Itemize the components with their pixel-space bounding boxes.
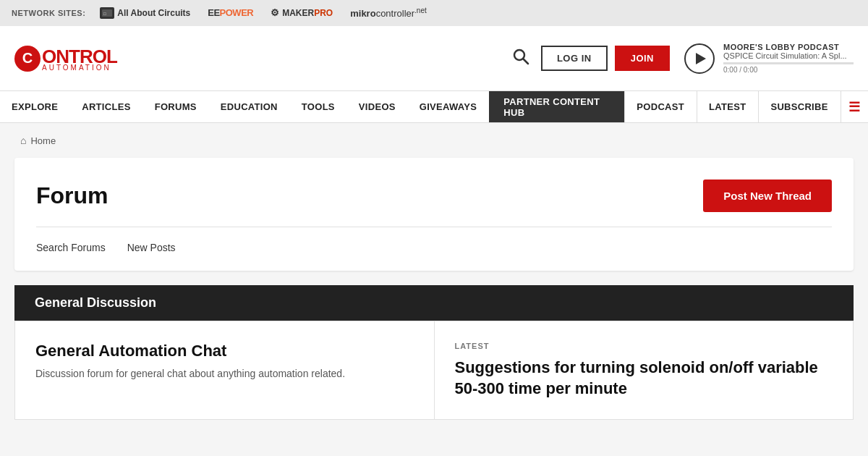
podcast-info: MOORE'S LOBBY PODCAST QSPICE Circuit Sim… bbox=[723, 43, 854, 74]
nav-articles[interactable]: ARTICLES bbox=[70, 91, 142, 122]
forum-card: Forum Post New Thread Search Forums New … bbox=[14, 158, 854, 271]
podcast-progress-bar[interactable] bbox=[723, 62, 854, 64]
tab-search-forums[interactable]: Search Forums bbox=[36, 239, 106, 256]
chat-description: Discussion forum for general chat about … bbox=[35, 368, 414, 379]
nav-subscribe[interactable]: SUBSCRIBE bbox=[758, 91, 840, 122]
forum-section-right: LATEST Suggestions for turning solenoid … bbox=[435, 321, 854, 419]
nav-education[interactable]: EDUCATION bbox=[209, 91, 290, 122]
aac-icon: □ bbox=[100, 7, 114, 19]
latest-post-title[interactable]: Suggestions for turning solenoid on/off … bbox=[455, 358, 833, 399]
nav-giveaways[interactable]: GIVEAWAYS bbox=[408, 91, 490, 122]
svg-text:□: □ bbox=[103, 12, 106, 16]
play-icon bbox=[696, 53, 706, 64]
podcast-player: MOORE'S LOBBY PODCAST QSPICE Circuit Sim… bbox=[684, 43, 854, 74]
podcast-time: 0:00 / 0:00 bbox=[723, 66, 854, 74]
nav-bar: EXPLORE ARTICLES FORUMS EDUCATION TOOLS … bbox=[0, 91, 868, 123]
nav-latest[interactable]: LATEST bbox=[697, 91, 758, 122]
mikro-label: mikrocontroller.net bbox=[350, 7, 427, 19]
nav-tools[interactable]: TOOLS bbox=[290, 91, 347, 122]
breadcrumb: ⌂ Home bbox=[0, 123, 868, 158]
nav-forums[interactable]: FORUMS bbox=[143, 91, 209, 122]
nav-explore[interactable]: EXPLORE bbox=[0, 91, 70, 122]
site-mikrocontroller[interactable]: mikrocontroller.net bbox=[350, 7, 427, 19]
site-all-about-circuits[interactable]: □ All About Circuits bbox=[100, 7, 190, 19]
nav-videos[interactable]: VIDEOS bbox=[347, 91, 408, 122]
login-button[interactable]: LOG IN bbox=[541, 46, 608, 71]
post-thread-button[interactable]: Post New Thread bbox=[703, 180, 832, 212]
site-makerpro[interactable]: ⚙ MAKERPRO bbox=[271, 7, 333, 18]
site-eepower[interactable]: EEPOWER bbox=[208, 7, 253, 18]
logo-automation-text: AUTOMATION bbox=[42, 64, 117, 72]
aac-label: All About Circuits bbox=[117, 8, 190, 18]
breadcrumb-home[interactable]: Home bbox=[30, 135, 56, 146]
nav-right-items: PODCAST LATEST SUBSCRIBE ☰ bbox=[624, 91, 868, 122]
logo-circle: C bbox=[14, 46, 41, 72]
podcast-episode: QSPICE Circuit Simulation: A Spl... bbox=[723, 51, 854, 60]
makerpro-icon: ⚙ bbox=[271, 7, 279, 18]
svg-line-3 bbox=[523, 59, 528, 64]
more-icon: ☰ bbox=[848, 99, 860, 115]
nav-more[interactable]: ☰ bbox=[841, 91, 868, 122]
latest-label: LATEST bbox=[455, 342, 833, 350]
site-header: C ONTROL AUTOMATION LOG IN JOIN MOORE'S … bbox=[0, 26, 868, 91]
section-title: General Discussion bbox=[35, 295, 156, 310]
logo-text: ONTROL AUTOMATION bbox=[42, 46, 117, 72]
forum-section-card: General Automation Chat Discussion forum… bbox=[14, 321, 854, 420]
tab-new-posts[interactable]: New Posts bbox=[127, 239, 176, 256]
play-button[interactable] bbox=[684, 43, 715, 74]
nav-podcast[interactable]: PODCAST bbox=[624, 91, 697, 122]
general-discussion-bar: General Discussion bbox=[14, 285, 854, 321]
makerpro-label: MAKERPRO bbox=[282, 8, 333, 18]
forum-tabs: Search Forums New Posts bbox=[36, 227, 832, 256]
search-icon[interactable] bbox=[512, 48, 529, 69]
logo-c-letter: C bbox=[22, 50, 33, 67]
podcast-title: MOORE'S LOBBY PODCAST bbox=[723, 43, 854, 51]
network-sites-list: □ All About Circuits EEPOWER ⚙ MAKERPRO … bbox=[100, 7, 426, 19]
forum-title: Forum bbox=[36, 182, 109, 209]
site-logo[interactable]: C ONTROL AUTOMATION bbox=[14, 46, 117, 72]
network-label: NETWORK SITES: bbox=[12, 9, 85, 17]
chat-title[interactable]: General Automation Chat bbox=[35, 342, 414, 360]
join-button[interactable]: JOIN bbox=[615, 46, 670, 71]
forum-section-left: General Automation Chat Discussion forum… bbox=[15, 321, 435, 419]
eepower-label: EEPOWER bbox=[208, 7, 253, 18]
network-bar: NETWORK SITES: □ All About Circuits EEPO… bbox=[0, 0, 868, 26]
nav-partner-hub[interactable]: PARTNER CONTENT HUB bbox=[489, 91, 624, 122]
forum-header: Forum Post New Thread bbox=[36, 180, 832, 212]
home-icon: ⌂ bbox=[20, 135, 26, 146]
